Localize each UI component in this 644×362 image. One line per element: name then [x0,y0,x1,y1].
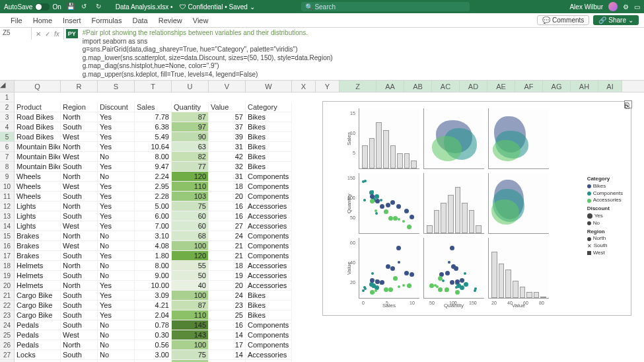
cell[interactable]: 75 [172,350,209,360]
row-header[interactable]: 17 [0,251,14,261]
cell[interactable]: Brakes [15,251,61,261]
row-header[interactable]: 21 [0,291,14,301]
row-header[interactable]: 1 [0,92,14,102]
column-header[interactable]: S [98,81,135,92]
select-all[interactable]: ◢ [0,81,15,92]
cell[interactable]: 97 [172,122,209,132]
cell[interactable]: Yes [98,132,135,142]
cell[interactable]: Cargo Bike [15,310,61,320]
cell[interactable]: Components [246,182,292,192]
cell[interactable]: 63 [172,142,209,152]
cell[interactable]: 31 [209,172,246,182]
row-header[interactable]: 3 [0,112,14,122]
row-header[interactable]: 7 [0,152,14,162]
cell[interactable]: 21 [209,251,246,261]
cell[interactable]: 2.04 [135,310,172,320]
cell[interactable]: Yes [98,122,135,132]
search-input[interactable]: 🔍 Search [301,2,470,11]
cell[interactable]: South [61,271,98,281]
cell[interactable]: West [61,152,98,162]
cell[interactable]: South [61,320,98,330]
chart-object[interactable]: ⎘ Sales 15 10 5 [322,101,631,316]
cell[interactable]: 87 [172,301,209,310]
column-header[interactable]: Q [15,81,61,92]
row-header[interactable]: 5 [0,132,14,142]
cell[interactable]: 10.00 [135,281,172,291]
cell[interactable]: 100 [172,291,209,301]
cell[interactable]: Bikes [246,142,292,152]
row-header[interactable]: 8 [0,162,14,172]
name-box[interactable]: Z5 [0,28,32,40]
cell[interactable]: North [61,231,98,241]
cell[interactable]: No [98,350,135,360]
cell[interactable]: 3.00 [135,350,172,360]
cell[interactable]: 87 [172,112,209,122]
cell[interactable]: No [98,271,135,281]
cell[interactable]: 77 [172,162,209,172]
cell[interactable]: South [61,162,98,172]
cell[interactable]: Helmets [15,261,61,271]
save-icon[interactable]: 💾 [67,3,75,11]
cell[interactable]: Yes [98,310,135,320]
cell[interactable]: Components [246,330,292,340]
cancel-icon[interactable]: ✕ [36,30,41,38]
toggle-switch[interactable] [35,3,50,11]
cell[interactable]: 27 [209,221,246,231]
cell[interactable]: Wheels [15,192,61,201]
row-header[interactable]: 15 [0,231,14,241]
tab-review[interactable]: Review [153,17,188,24]
cell[interactable]: North [61,281,98,291]
table-header[interactable]: Quantity [172,102,209,112]
cell[interactable]: Accessories [246,261,292,271]
ribbon-mode-icon[interactable]: ▭ [634,3,640,11]
cell[interactable]: 16 [209,201,246,211]
cell[interactable]: 0.56 [135,340,172,350]
cell[interactable]: Helmets [15,271,61,281]
cell[interactable]: 10.64 [135,142,172,152]
cell[interactable]: Yes [98,201,135,211]
cell[interactable]: North [61,201,98,211]
cell[interactable]: Yes [98,142,135,152]
cell[interactable]: West [61,241,98,251]
cell[interactable]: 24 [209,231,246,241]
cell[interactable]: North [61,340,98,350]
cell[interactable]: Pedals [15,320,61,330]
cell[interactable]: No [98,152,135,162]
column-header[interactable]: AD [460,81,487,92]
cell[interactable]: Components [246,192,292,201]
cell[interactable]: South [61,192,98,201]
cell[interactable]: West [61,221,98,231]
cell[interactable]: 120 [172,172,209,182]
cell[interactable]: Accessories [246,201,292,211]
cell[interactable]: 2.24 [135,172,172,182]
cell[interactable]: Yes [98,281,135,291]
cell[interactable]: 143 [172,330,209,340]
cell[interactable]: Components [246,251,292,261]
cell[interactable]: Bikes [246,112,292,122]
table-header[interactable]: Product [15,102,61,112]
row-header[interactable]: 24 [0,320,14,330]
row-header[interactable]: 14 [0,221,14,231]
column-header[interactable]: AE [487,81,515,92]
enter-icon[interactable]: ✓ [45,30,50,38]
cell[interactable]: 2.28 [135,192,172,201]
cell[interactable]: 4.08 [135,241,172,251]
column-header[interactable]: T [135,81,172,92]
cell[interactable]: 39 [209,132,246,142]
cell[interactable]: No [98,241,135,251]
cell[interactable]: 2.95 [135,182,172,192]
cell[interactable]: 14 [209,330,246,340]
cell[interactable]: Cargo Bike [15,291,61,301]
cell[interactable]: 7.78 [135,112,172,122]
cell[interactable]: 4.21 [135,301,172,310]
cell[interactable]: No [98,330,135,340]
cell[interactable]: 7.00 [135,221,172,231]
cell[interactable]: 23 [209,301,246,310]
cell[interactable]: 82 [172,152,209,162]
cell[interactable]: 3.10 [135,231,172,241]
cell[interactable]: 110 [172,310,209,320]
cell[interactable]: 145 [172,320,209,330]
share-button[interactable]: 🔗 Share ⌄ [593,15,639,25]
cell[interactable]: 20 [209,192,246,201]
cell[interactable]: South [61,291,98,301]
